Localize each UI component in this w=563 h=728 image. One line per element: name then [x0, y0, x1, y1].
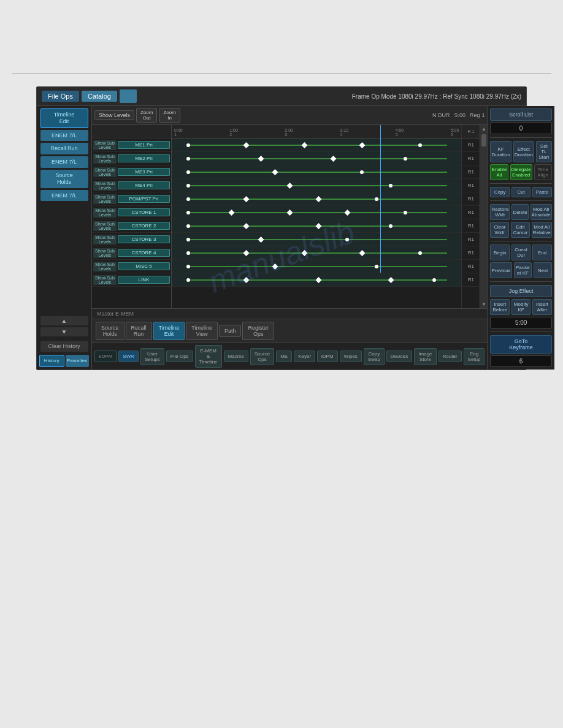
timeline-track-3[interactable] — [172, 179, 461, 192]
timeline-track-8[interactable] — [172, 246, 461, 260]
cut-button[interactable]: Cut — [511, 187, 530, 197]
track-sub-btn-0[interactable]: Show Sub Levels — [93, 140, 117, 150]
file-ops-button[interactable]: File Ops — [42, 91, 79, 102]
image-store-button[interactable]: Image Store — [414, 348, 436, 365]
scroll-up-arrow[interactable]: ▲ — [480, 125, 488, 133]
set-tl-start-button[interactable]: Set TL Start — [536, 141, 552, 162]
scroll-list-button[interactable]: Scroll List — [490, 108, 551, 121]
timeline-track-7[interactable] — [172, 233, 461, 246]
timeline-track-0[interactable] — [172, 138, 461, 152]
recall-run-button[interactable]: Recall Run — [40, 143, 88, 154]
down-arrow-button[interactable]: ▼ — [40, 327, 88, 336]
favorites-tab[interactable]: Favorites — [66, 355, 90, 367]
track-sub-btn-4[interactable]: Show Sub Levels — [93, 194, 117, 204]
track-sub-btn-7[interactable]: Show Sub Levels — [93, 235, 117, 245]
timeline-track-4[interactable] — [172, 192, 461, 206]
enem-tl3-button[interactable]: ENEM 7/L — [40, 190, 88, 202]
rp-divider-3 — [490, 200, 551, 201]
file-ops-nav-button[interactable]: File Ops — [166, 351, 193, 362]
master-emem-label: Master E-MEM — [97, 311, 134, 317]
recall-run-tab[interactable]: Recall Run — [126, 322, 152, 340]
jog-effect-button[interactable]: Jog Effect — [490, 285, 551, 297]
track-label-row-3: Show Sub LevelsME4 Pri — [92, 179, 171, 192]
restore-wkfr-button[interactable]: Restore Wkfr — [490, 204, 510, 220]
user-setups-button[interactable]: User Setups — [140, 348, 164, 365]
track-dot-10-0 — [186, 278, 190, 282]
scroll-bar-vertical[interactable]: ▲ ▼ — [480, 125, 487, 308]
source-holds-tab[interactable]: Source Holds — [96, 322, 124, 340]
kf-duration-button[interactable]: KF Duration — [490, 141, 511, 162]
path-tab[interactable]: Path — [219, 325, 242, 337]
begin-button[interactable]: Begin — [490, 245, 509, 260]
restore-row: Restore Wkfr Delete Mod All Absolute — [490, 204, 551, 220]
catalog-button[interactable]: Catalog — [82, 91, 117, 102]
delete-button[interactable]: Delete — [511, 204, 528, 220]
modify-kf-button[interactable]: Modify KF — [511, 299, 530, 315]
blank-button[interactable] — [120, 89, 137, 103]
zoom-in-button[interactable]: Zoom In — [159, 108, 180, 123]
clear-wkfr-button[interactable]: Clear Wkfr — [490, 222, 509, 238]
edit-cursor-button[interactable]: Edit Cursor — [511, 222, 530, 238]
edpm-button[interactable]: eDPM — [94, 351, 117, 362]
timeline-track-6[interactable] — [172, 219, 461, 233]
timeline-track-2[interactable] — [172, 165, 461, 179]
goto-keyframe-button[interactable]: GoTo Keyframe — [490, 335, 551, 354]
delegate-enabled-button[interactable]: Delegate Enabled — [510, 164, 532, 180]
swr-button[interactable]: SWR — [118, 351, 139, 362]
end-button[interactable]: End — [532, 245, 551, 260]
next-button[interactable]: Next — [534, 262, 552, 278]
paste-button[interactable]: Paste — [532, 187, 551, 197]
devices-button[interactable]: Devices — [386, 351, 412, 362]
history-tab[interactable]: History — [39, 355, 64, 367]
track-name-10: LINK — [118, 276, 170, 284]
macros-button[interactable]: Macros — [224, 351, 248, 362]
track-sub-btn-9[interactable]: Show Sub Levels — [93, 262, 117, 271]
wipes-button[interactable]: Wipes — [340, 351, 362, 362]
track-dot-6-0 — [186, 224, 190, 228]
insert-after-button[interactable]: Insert After — [532, 299, 551, 315]
timeline-edit-tab[interactable]: Timeline Edit — [153, 322, 185, 340]
copy-swap-button[interactable]: Copy Swap — [364, 348, 385, 365]
source-ops-button[interactable]: Source Ops — [250, 348, 274, 365]
source-holds-button[interactable]: Source Holds — [40, 170, 88, 188]
enable-all-button[interactable]: Enable All — [490, 164, 508, 180]
keyer-button[interactable]: Keyer — [294, 351, 315, 362]
effect-duration-button[interactable]: Effect Duration — [513, 141, 534, 162]
idpm-button[interactable]: iDPM — [317, 351, 338, 362]
track-sub-btn-8[interactable]: Show Sub Levels — [93, 248, 117, 258]
insert-before-button[interactable]: Insert Before — [490, 299, 509, 315]
clear-history-button[interactable]: Clear History — [40, 341, 88, 352]
time-align-button[interactable]: Time Align — [534, 164, 552, 180]
timeline-track-5[interactable] — [172, 206, 461, 219]
mod-all-absolute-button[interactable]: Mod All Absolute — [530, 204, 552, 220]
track-sub-btn-1[interactable]: Show Sub Levels — [93, 154, 117, 164]
track-sub-btn-2[interactable]: Show Sub Levels — [93, 167, 117, 177]
me-button[interactable]: ME — [276, 351, 292, 362]
register-ops-tab[interactable]: Register Ops — [242, 322, 274, 340]
scroll-thumb[interactable] — [481, 134, 486, 146]
track-sub-btn-3[interactable]: Show Sub Levels — [93, 181, 117, 191]
pause-at-kf-button[interactable]: Pause at KF — [514, 262, 532, 278]
timeline-track-9[interactable] — [172, 260, 461, 273]
track-sub-btn-10[interactable]: Show Sub Levels — [93, 275, 117, 285]
timeline-track-10[interactable] — [172, 273, 461, 287]
const-dur-button[interactable]: Const Dur — [511, 245, 530, 260]
timeline-edit-button[interactable]: Timeline Edit — [40, 108, 88, 128]
track-dot-0-0 — [186, 143, 190, 147]
timeline-track-1[interactable] — [172, 152, 461, 165]
previous-button[interactable]: Previous — [490, 262, 511, 278]
enem-tl-button[interactable]: ENEM 7/L — [40, 130, 88, 142]
eng-setup-button[interactable]: Eng Setup — [464, 348, 485, 365]
zoom-out-button[interactable]: Zoom Out — [136, 108, 157, 123]
mod-all-relative-button[interactable]: Mod All Relative — [532, 222, 552, 238]
show-levels-button[interactable]: Show Levels — [94, 110, 134, 120]
enem-tl2-button[interactable]: ENEM 7/L — [40, 156, 88, 168]
up-arrow-button[interactable]: ▲ — [40, 316, 88, 325]
track-sub-btn-6[interactable]: Show Sub Levels — [93, 221, 117, 231]
router-button[interactable]: Router — [439, 351, 462, 362]
scroll-down-arrow[interactable]: ▼ — [480, 300, 488, 308]
emem-timeline-button[interactable]: E-MEM & Timeline — [195, 345, 222, 368]
timeline-view-tab[interactable]: Timeline View — [186, 322, 218, 340]
track-sub-btn-5[interactable]: Show Sub Levels — [93, 208, 117, 218]
copy-button[interactable]: Copy — [490, 187, 509, 197]
